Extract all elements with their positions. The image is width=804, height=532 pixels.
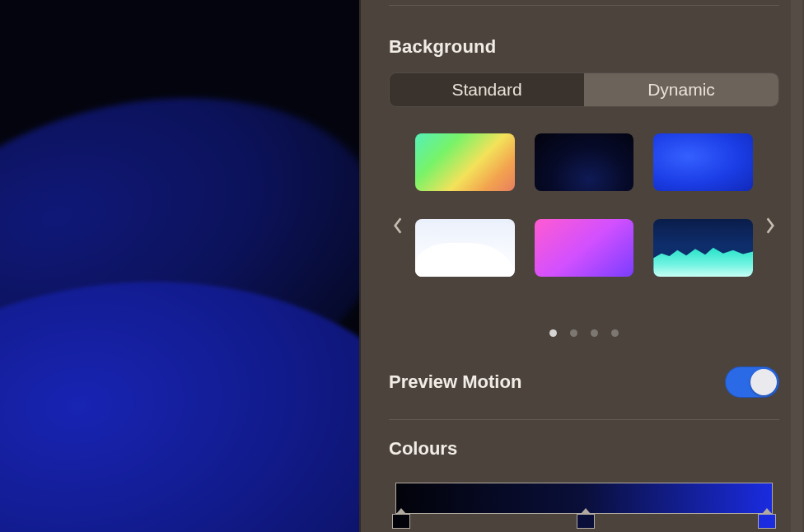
background-mode-segment: Standard Dynamic	[389, 72, 779, 107]
divider	[389, 419, 779, 420]
thumbnail-night-clouds[interactable]	[535, 133, 634, 191]
prev-page-button[interactable]	[387, 211, 409, 240]
thumbnail-teal-mountains[interactable]	[653, 219, 753, 277]
gradient-stop-chip	[758, 514, 776, 529]
preview-motion-label: Preview Motion	[389, 371, 521, 393]
gradient-stop-2[interactable]	[577, 508, 595, 529]
settings-panel: Background Standard Dynamic	[359, 0, 804, 532]
thumbnail-rainbow-gradient[interactable]	[415, 133, 515, 191]
chevron-right-icon	[764, 217, 776, 235]
thumbnail-blue-waves[interactable]	[653, 133, 753, 191]
pagination-dots	[389, 329, 779, 337]
segment-standard[interactable]: Standard	[390, 73, 584, 106]
thumbnail-pink-purple-gradient[interactable]	[535, 219, 634, 277]
preview-motion-row: Preview Motion	[389, 366, 779, 398]
toggle-knob	[750, 369, 777, 395]
chevron-left-icon	[392, 217, 404, 235]
gradient-stop-1[interactable]	[392, 508, 410, 529]
scrollbar[interactable]	[791, 0, 802, 532]
segment-dynamic[interactable]: Dynamic	[584, 73, 778, 106]
gradient-stop-chip	[392, 514, 410, 529]
gradient-stop-pointer-icon	[396, 508, 406, 514]
colour-gradient-editor	[389, 483, 779, 529]
page-dot-3[interactable]	[591, 329, 598, 337]
thumbnail-white-clouds[interactable]	[415, 219, 515, 277]
divider	[389, 5, 779, 6]
background-preview	[0, 0, 359, 532]
app-root: Background Standard Dynamic	[0, 0, 804, 532]
preview-motion-toggle[interactable]	[725, 366, 779, 398]
gradient-stop-pointer-icon	[581, 508, 591, 514]
gradient-stop-chip	[577, 514, 595, 529]
colours-section-title: Colours	[389, 438, 779, 460]
page-dot-2[interactable]	[570, 329, 577, 337]
next-page-button[interactable]	[760, 211, 781, 240]
gradient-stop-3[interactable]	[758, 508, 776, 529]
thumbnail-grid	[415, 133, 753, 277]
page-dot-4[interactable]	[611, 329, 619, 337]
gradient-stop-pointer-icon	[762, 508, 772, 514]
page-dot-1[interactable]	[549, 329, 557, 337]
background-thumbnails	[389, 133, 779, 324]
background-section-title: Background	[389, 36, 779, 58]
